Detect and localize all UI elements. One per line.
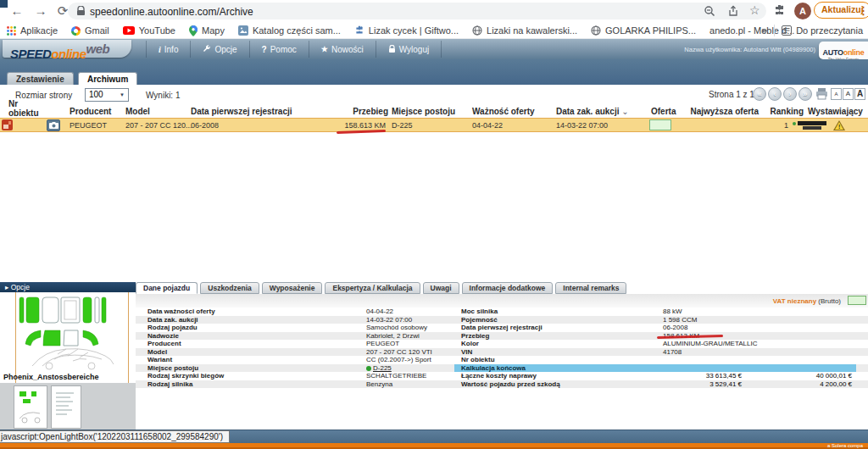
col-data-zak-aukcji[interactable]: Data zak. aukcji ⌄ bbox=[556, 107, 629, 116]
dtab-informacje[interactable]: Informacje dodatkowe bbox=[462, 282, 554, 294]
col-miejsce-postoju[interactable]: Miejsce postoju bbox=[392, 107, 455, 116]
parking-location-link[interactable]: D-225 bbox=[366, 364, 392, 373]
dtab-uwagi[interactable]: Uwagi bbox=[423, 282, 459, 294]
speedonline-logo: SPEEDonlineweb bbox=[3, 40, 131, 58]
dtab-wyposazenie[interactable]: Wyposażenie bbox=[262, 282, 323, 294]
warning-icon[interactable]: ! bbox=[833, 120, 845, 130]
menu-opcje[interactable]: Opcje bbox=[191, 41, 249, 58]
last-page-button[interactable]: » bbox=[798, 87, 812, 101]
google-g-icon bbox=[71, 26, 81, 36]
bookmark-golarka[interactable]: GOLARKA PHILIPS... bbox=[591, 25, 696, 36]
col-waznosc-oferty[interactable]: Ważność oferty bbox=[472, 107, 535, 116]
bookmark-star-icon[interactable]: ☆ bbox=[749, 3, 760, 17]
col-ranking[interactable]: Ranking bbox=[766, 107, 804, 116]
font-size-large-button[interactable]: A bbox=[854, 88, 865, 100]
col-wystawiajacy[interactable]: Wystawiający bbox=[808, 107, 863, 116]
url-text[interactable]: speedonline.autoonline.com/Archive bbox=[90, 6, 253, 18]
tab-archiwum[interactable]: Archiwum bbox=[78, 72, 137, 85]
bookmark-gmail[interactable]: Gmail bbox=[71, 25, 109, 36]
col-model[interactable]: Model bbox=[125, 107, 150, 116]
dtab-internal[interactable]: Internal remarks bbox=[555, 282, 626, 294]
cell-data-rejestracji: 06-2008 bbox=[191, 121, 219, 130]
app-header: SPEEDonlineweb i Info Opcje ? Pomoc ★ No… bbox=[0, 39, 868, 59]
col-przebieg[interactable]: Przebieg bbox=[339, 107, 388, 116]
bookmark-apps[interactable]: Aplikacje bbox=[7, 25, 58, 36]
photos-camera-icon[interactable] bbox=[47, 119, 60, 131]
dtab-dane-pojazdu[interactable]: Dane pojazdu bbox=[136, 282, 198, 294]
vat-input[interactable] bbox=[848, 296, 866, 305]
font-size-medium-button[interactable]: A bbox=[843, 88, 854, 100]
col-data-rejestracji[interactable]: Data pierwszej rejestracji bbox=[191, 107, 292, 116]
logout-lock-icon bbox=[388, 45, 396, 53]
font-size-small-button[interactable]: A bbox=[831, 88, 842, 100]
seller-badge-dot bbox=[793, 122, 796, 125]
col-najwyzsza-oferta[interactable]: Najwyższa oferta bbox=[674, 107, 759, 116]
extensions-puzzle-icon[interactable] bbox=[773, 4, 786, 17]
cell-producent: PEUGEOT bbox=[70, 121, 107, 130]
bookmark-youtube[interactable]: YouTube bbox=[123, 25, 175, 36]
bookmark-lizaki[interactable]: Lizaki na kawalerski... bbox=[472, 25, 577, 36]
sub-header: Zestawienie Archiwum bbox=[0, 59, 868, 85]
first-page-button[interactable]: « bbox=[753, 87, 766, 101]
result-row[interactable]: PEUGEOT 207 - 207 CC 120... 06-2008 158.… bbox=[0, 118, 868, 132]
col-oferta[interactable]: Oferta bbox=[651, 107, 676, 116]
menu-info[interactable]: i Info bbox=[146, 41, 191, 58]
detail-row: Data zak. aukcji14-03-22 07:00 Pojemność… bbox=[136, 316, 868, 324]
chevron-down-icon: ▼ bbox=[120, 89, 125, 101]
cell-przebieg: 158.613 KM bbox=[335, 121, 386, 130]
profile-avatar[interactable]: A bbox=[794, 3, 811, 19]
detail-row: Miejsce postoju D-225 Kalkulacja końcowa… bbox=[136, 364, 868, 373]
tab-zestawienie[interactable]: Zestawienie bbox=[7, 72, 74, 85]
menu-nowosci[interactable]: ★ Nowości bbox=[309, 41, 376, 58]
menu-pomoc[interactable]: ? Pomoc bbox=[250, 41, 309, 58]
detail-row: Rodzaj skrzynki biegówSCHALTGETRIEBE Łąc… bbox=[136, 372, 868, 380]
divider bbox=[15, 292, 16, 383]
menu-wyloguj[interactable]: Wyloguj bbox=[376, 41, 442, 58]
divider bbox=[128, 292, 129, 383]
thumbnail-document[interactable] bbox=[51, 385, 81, 429]
dtab-ekspertyza[interactable]: Ekspertyza / Kalkulacja bbox=[325, 282, 420, 294]
col-nr-obiektu[interactable]: Nr obiektu bbox=[8, 100, 44, 118]
back-button[interactable]: ← bbox=[8, 3, 25, 19]
options-panel-header[interactable]: ▸ Opcje bbox=[0, 282, 136, 292]
share-icon[interactable] bbox=[727, 5, 739, 17]
detail-row: ProducentPEUGEOT KolorALUMINIUM-GRAU/MET… bbox=[136, 340, 868, 348]
bookmarks-overflow-chevron[interactable]: » bbox=[761, 25, 767, 36]
detail-row: Rodzaj pojazduSamochód osobowy Data pier… bbox=[136, 324, 868, 332]
print-icon[interactable] bbox=[815, 88, 828, 100]
cell-miejsce: D-225 bbox=[392, 121, 413, 130]
results-count: Wyniki: 1 bbox=[146, 91, 180, 100]
col-producent[interactable]: Producent bbox=[70, 107, 111, 116]
youtube-icon bbox=[123, 26, 135, 35]
archive-object-icon[interactable] bbox=[2, 119, 13, 130]
page-indicator: Strona 1 z 1 bbox=[709, 90, 754, 99]
address-bar[interactable]: speedonline.autoonline.com/Archive ☆ bbox=[68, 3, 766, 19]
cell-waznosc: 04-04-22 bbox=[472, 121, 503, 130]
thumbnail-diagram[interactable] bbox=[14, 385, 47, 429]
detail-row: Data ważności oferty04-04-22 Moc silnika… bbox=[136, 308, 868, 316]
info-icon: i bbox=[159, 45, 161, 54]
puzzle-icon bbox=[354, 25, 364, 36]
autoonline-logo: AUTOonline The Value Experts bbox=[819, 42, 868, 59]
bookmark-katalog[interactable]: Katalog części sam... bbox=[238, 25, 341, 36]
page-size-select[interactable]: 100 ▼ bbox=[85, 88, 129, 102]
bookmark-lizak-cycek[interactable]: Lizak cycek | Giftwo... bbox=[354, 25, 459, 36]
prev-page-button[interactable]: ‹ bbox=[768, 87, 782, 101]
damage-diagram-panel: « bbox=[0, 292, 136, 383]
reading-list-button[interactable]: Do przeczytania bbox=[782, 25, 863, 36]
zoom-icon[interactable] bbox=[704, 5, 715, 17]
screen: ← → ⟳ speedonline.autoonline.com/Archive… bbox=[0, 0, 868, 449]
offer-input[interactable] bbox=[649, 119, 671, 130]
page-size-label: Rozmiar strony bbox=[15, 91, 72, 100]
browser-menu-icon[interactable]: ⋮ bbox=[858, 3, 866, 19]
footer-accent-bar: a Solera compa bbox=[0, 443, 868, 449]
bookmark-maps[interactable]: Mapy bbox=[189, 25, 225, 36]
detail-row: NadwozieKabriolet, 2 Drzwi Przebieg158.6… bbox=[136, 332, 868, 341]
solera-tagline: a Solera compa bbox=[827, 443, 863, 448]
maps-pin-icon bbox=[189, 25, 198, 36]
question-icon: ? bbox=[262, 45, 267, 54]
map-pin-icon bbox=[366, 366, 371, 371]
dtab-uszkodzenia[interactable]: Uszkodzenia bbox=[200, 282, 259, 294]
forward-button[interactable]: → bbox=[32, 3, 49, 19]
next-page-button[interactable]: › bbox=[783, 87, 797, 101]
